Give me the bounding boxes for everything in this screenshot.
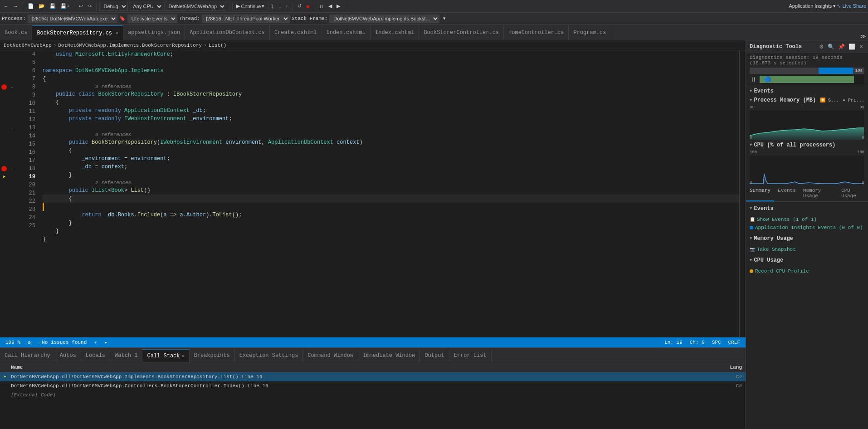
call-stack-row-3[interactable]: [External Code] bbox=[0, 390, 746, 400]
memory-filter-icon[interactable]: 🔽 S... bbox=[820, 98, 839, 103]
settings-icon-btn[interactable]: ⚙ bbox=[818, 43, 825, 51]
undo-btn[interactable]: ↩ bbox=[77, 2, 85, 10]
step-out-btn[interactable]: ↑ bbox=[284, 3, 290, 10]
ln-15: 15 bbox=[16, 140, 39, 148]
tab-bookstorerep[interactable]: BookStorerRepository.cs ✕ bbox=[32, 25, 123, 40]
app-insights-btn[interactable]: Application Insights ▾ bbox=[789, 3, 836, 9]
show-events-link[interactable]: 📋 Show Events (1 of 1) bbox=[746, 215, 868, 224]
status-dropdown[interactable]: ▾ bbox=[102, 340, 109, 346]
collapse-18[interactable]: − bbox=[11, 167, 14, 171]
bottom-tab-immediate-window[interactable]: Immediate Window bbox=[358, 349, 420, 362]
new-btn[interactable]: 📄 bbox=[26, 2, 36, 10]
app-insights-events-link[interactable]: Application Insights Events (0 of 0) bbox=[746, 224, 868, 232]
project-dropdown[interactable]: DotNet6MVCWebApp bbox=[164, 2, 226, 11]
continue-btn[interactable]: ▶ Continue ▾ bbox=[232, 2, 268, 10]
status-crlf[interactable]: CRLF bbox=[727, 340, 742, 345]
tab-overflow[interactable]: ≫ bbox=[858, 33, 868, 40]
tab-create[interactable]: Create.cshtml bbox=[270, 25, 322, 40]
call-stack-row-1[interactable]: ➤ DotNet6MVCWebApp.dll!DotNet6MVCWebApp.… bbox=[0, 372, 746, 381]
step-fwd-btn[interactable]: ▶ bbox=[335, 2, 342, 10]
bottom-tab-exception-settings[interactable]: Exception Settings bbox=[235, 349, 303, 362]
step-over-btn[interactable]: ⤵ bbox=[269, 3, 276, 10]
close-icon-btn[interactable]: ✕ bbox=[858, 43, 864, 51]
summary-events-section[interactable]: ▼ Events bbox=[750, 204, 864, 214]
bottom-tab-command-window[interactable]: Command Window bbox=[303, 349, 358, 362]
tab-applicationdb[interactable]: ApplicationDbContext.cs bbox=[185, 25, 270, 40]
status-zoom[interactable]: 109 % bbox=[4, 340, 22, 345]
breakpoint-18[interactable] bbox=[1, 166, 7, 171]
step-back-btn[interactable]: ◀ bbox=[327, 2, 334, 10]
status-no-issues[interactable]: ✓ No issues found bbox=[36, 340, 89, 346]
record-cpu-link[interactable]: Record CPU Profile bbox=[746, 267, 868, 275]
tab-index1[interactable]: Index.cshtml bbox=[322, 25, 371, 40]
cpu-summary-header[interactable]: ▼ CPU Usage bbox=[750, 255, 864, 265]
diag-tab-memory[interactable]: Memory Usage bbox=[800, 186, 838, 201]
cpu-dropdown[interactable]: Any CPU bbox=[129, 2, 163, 11]
tab-book-cs[interactable]: Book.cs bbox=[0, 25, 32, 40]
tab-program[interactable]: Program.cs bbox=[569, 25, 611, 40]
tab-index2[interactable]: Index.cshtml bbox=[371, 25, 419, 40]
bottom-tab-call-stack[interactable]: Call Stack ✕ bbox=[142, 349, 189, 362]
take-snapshot-link[interactable]: 📷 Take Snapshot bbox=[746, 245, 868, 253]
tab-bookstorerep-close[interactable]: ✕ bbox=[116, 30, 118, 36]
bottom-tab-watch[interactable]: Watch 1 bbox=[110, 349, 142, 362]
status-ln[interactable]: Ln: 19 bbox=[663, 340, 684, 345]
gutter-4 bbox=[0, 50, 8, 58]
back-btn[interactable]: ← bbox=[2, 3, 10, 10]
autos-label: Autos bbox=[60, 352, 76, 359]
save-btn[interactable]: 💾 bbox=[48, 2, 58, 10]
lifecycle-dropdown[interactable]: Lifecycle Events bbox=[127, 15, 177, 23]
code-editor[interactable]: ➤ − − bbox=[0, 50, 746, 337]
status-settings-icon[interactable]: ⚙ bbox=[26, 340, 33, 346]
breadcrumb-project[interactable]: DotNet6MVCWebApp bbox=[4, 43, 52, 48]
events-section-header[interactable]: ▼ Events bbox=[746, 86, 868, 96]
tab-appsettings[interactable]: appsettings.json bbox=[123, 25, 185, 40]
bottom-tab-output[interactable]: Output bbox=[420, 349, 449, 362]
restart-btn[interactable]: ↺ bbox=[296, 2, 303, 10]
status-spc[interactable]: SPC bbox=[710, 340, 723, 345]
call-stack-row-2[interactable]: DotNet6MVCWebApp.dll!DotNet6MVCWebApp.Co… bbox=[0, 381, 746, 390]
save-all-btn[interactable]: 💾+ bbox=[59, 2, 71, 10]
redo-btn[interactable]: ↪ bbox=[86, 2, 93, 10]
diag-tab-summary[interactable]: Summary bbox=[746, 186, 774, 201]
forward-btn[interactable]: → bbox=[11, 3, 20, 10]
pause-btn[interactable]: ⏸ bbox=[317, 3, 326, 10]
bottom-tab-autos[interactable]: Autos bbox=[55, 349, 81, 362]
tab-bookstorercontroller[interactable]: BookStorerController.cs bbox=[419, 25, 504, 40]
stop-btn[interactable]: ■ bbox=[304, 3, 311, 10]
live-share-btn[interactable]: ⤡ Live Share bbox=[837, 3, 866, 9]
tab-homecontroller[interactable]: HomeController.cs bbox=[504, 25, 569, 40]
stack-frame-dropdown[interactable]: DotNet6MVCWebApp.Implements.Bookst... bbox=[329, 15, 439, 23]
pin-icon-btn[interactable]: 📌 bbox=[837, 43, 846, 51]
cpu-section-header[interactable]: ▼ CPU (% of all processors) bbox=[746, 141, 868, 149]
memory-summary-header[interactable]: ▼ Memory Usage bbox=[750, 234, 864, 244]
diag-tab-events[interactable]: Events bbox=[774, 186, 800, 201]
sep3 bbox=[96, 2, 97, 10]
memory-section-header[interactable]: ▼ Process Memory (MB) 🔽 S... ● Pri... bbox=[746, 96, 868, 104]
breadcrumb-namespace[interactable]: DotNet6MVCWebApp.Implements.BookStorerRe… bbox=[58, 43, 202, 48]
bottom-tab-call-hierarchy[interactable]: Call Hierarchy bbox=[0, 349, 55, 362]
breadcrumb-method[interactable]: List() bbox=[209, 43, 227, 48]
process-dropdown[interactable]: [26164] DotNet6MVCWebApp.exe bbox=[28, 15, 117, 23]
bottom-tab-error-list[interactable]: Error List bbox=[449, 349, 492, 362]
bottom-tab-call-stack-close[interactable]: ✕ bbox=[182, 353, 185, 359]
collapse-8[interactable]: − bbox=[11, 85, 14, 89]
code-content[interactable]: using Microsoft.EntityFrameworkCore; nam… bbox=[39, 50, 739, 337]
collapse-13[interactable]: − bbox=[11, 126, 14, 130]
vertical-scrollbar[interactable] bbox=[739, 50, 746, 337]
step-into-btn[interactable]: ↓ bbox=[277, 3, 283, 10]
status-ch[interactable]: Ch: 9 bbox=[688, 340, 707, 345]
status-filter[interactable]: ⚡ bbox=[92, 340, 99, 346]
timeline-bar[interactable]: 10s bbox=[750, 68, 864, 74]
pause-events-btn[interactable]: ⏸ bbox=[750, 75, 758, 84]
maximize-icon-btn[interactable]: ⬜ bbox=[848, 43, 856, 51]
bottom-tab-locals[interactable]: Locals bbox=[81, 349, 110, 362]
stack-frame-arrow-btn[interactable]: ▾ bbox=[441, 15, 448, 22]
breakpoint-8[interactable] bbox=[1, 84, 7, 90]
search-icon-btn[interactable]: 🔍 bbox=[827, 43, 835, 51]
thread-dropdown[interactable]: [28616] .NET ThreadPool Worker bbox=[202, 15, 290, 23]
bottom-tab-breakpoints[interactable]: Breakpoints bbox=[190, 349, 235, 362]
diag-tab-cpu[interactable]: CPU Usage bbox=[838, 186, 868, 201]
debug-dropdown[interactable]: Debug bbox=[99, 2, 128, 11]
open-btn[interactable]: 📂 bbox=[37, 2, 47, 10]
